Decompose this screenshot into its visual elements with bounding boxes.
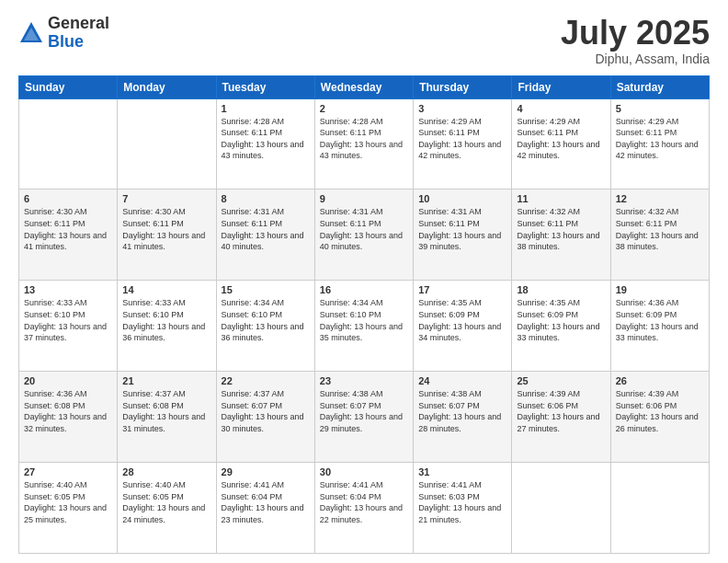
day-number: 1: [222, 103, 310, 114]
col-friday: Friday: [512, 75, 610, 98]
day-number: 20: [24, 375, 112, 386]
day-info: Sunrise: 4:33 AM Sunset: 6:10 PM Dayligh…: [122, 297, 210, 343]
title-block: July 2025 Diphu, Assam, India: [561, 15, 710, 66]
calendar-cell: 7Sunrise: 4:30 AM Sunset: 6:11 PM Daylig…: [118, 190, 216, 281]
day-info: Sunrise: 4:38 AM Sunset: 6:07 PM Dayligh…: [418, 388, 506, 434]
day-number: 23: [320, 375, 408, 386]
day-number: 10: [418, 193, 506, 204]
day-info: Sunrise: 4:37 AM Sunset: 6:07 PM Dayligh…: [222, 388, 310, 434]
day-info: Sunrise: 4:35 AM Sunset: 6:09 PM Dayligh…: [517, 297, 605, 343]
calendar-week-row: 13Sunrise: 4:33 AM Sunset: 6:10 PM Dayli…: [19, 281, 710, 372]
calendar-cell: [118, 98, 216, 190]
logo-blue-text: Blue: [48, 33, 109, 52]
day-info: Sunrise: 4:28 AM Sunset: 6:11 PM Dayligh…: [222, 116, 310, 162]
calendar-cell: 19Sunrise: 4:36 AM Sunset: 6:09 PM Dayli…: [610, 281, 709, 372]
calendar-cell: [19, 98, 118, 190]
calendar-cell: 23Sunrise: 4:38 AM Sunset: 6:07 PM Dayli…: [314, 372, 413, 463]
day-info: Sunrise: 4:35 AM Sunset: 6:09 PM Dayligh…: [418, 297, 506, 343]
day-info: Sunrise: 4:41 AM Sunset: 6:03 PM Dayligh…: [418, 479, 506, 525]
day-number: 21: [122, 375, 210, 386]
day-info: Sunrise: 4:40 AM Sunset: 6:05 PM Dayligh…: [24, 479, 112, 525]
calendar-week-row: 20Sunrise: 4:36 AM Sunset: 6:08 PM Dayli…: [19, 372, 710, 463]
calendar-cell: 3Sunrise: 4:29 AM Sunset: 6:11 PM Daylig…: [414, 98, 512, 190]
calendar-cell: 28Sunrise: 4:40 AM Sunset: 6:05 PM Dayli…: [118, 463, 216, 554]
calendar-week-row: 27Sunrise: 4:40 AM Sunset: 6:05 PM Dayli…: [19, 463, 710, 554]
day-info: Sunrise: 4:41 AM Sunset: 6:04 PM Dayligh…: [222, 479, 310, 525]
day-info: Sunrise: 4:36 AM Sunset: 6:09 PM Dayligh…: [616, 297, 704, 343]
day-info: Sunrise: 4:32 AM Sunset: 6:11 PM Dayligh…: [517, 206, 605, 252]
day-number: 6: [24, 193, 112, 204]
logo-icon: [18, 20, 44, 46]
calendar-week-row: 6Sunrise: 4:30 AM Sunset: 6:11 PM Daylig…: [19, 190, 710, 281]
day-number: 9: [320, 193, 408, 204]
calendar-cell: 22Sunrise: 4:37 AM Sunset: 6:07 PM Dayli…: [216, 372, 314, 463]
day-number: 25: [517, 375, 605, 386]
calendar-cell: 11Sunrise: 4:32 AM Sunset: 6:11 PM Dayli…: [512, 190, 610, 281]
col-tuesday: Tuesday: [216, 75, 314, 98]
day-number: 19: [616, 284, 704, 295]
day-number: 5: [616, 103, 704, 114]
calendar-cell: 10Sunrise: 4:31 AM Sunset: 6:11 PM Dayli…: [414, 190, 512, 281]
day-number: 4: [517, 103, 605, 114]
header: General Blue July 2025 Diphu, Assam, Ind…: [18, 15, 710, 66]
calendar-cell: 30Sunrise: 4:41 AM Sunset: 6:04 PM Dayli…: [314, 463, 413, 554]
logo-general-text: General: [48, 15, 109, 33]
day-number: 13: [24, 284, 112, 295]
day-info: Sunrise: 4:39 AM Sunset: 6:06 PM Dayligh…: [616, 388, 704, 434]
calendar-cell: 27Sunrise: 4:40 AM Sunset: 6:05 PM Dayli…: [19, 463, 118, 554]
day-info: Sunrise: 4:36 AM Sunset: 6:08 PM Dayligh…: [24, 388, 112, 434]
day-number: 29: [222, 466, 310, 477]
day-info: Sunrise: 4:28 AM Sunset: 6:11 PM Dayligh…: [320, 116, 408, 162]
logo: General Blue: [18, 15, 109, 52]
day-info: Sunrise: 4:37 AM Sunset: 6:08 PM Dayligh…: [122, 388, 210, 434]
calendar-header-row: Sunday Monday Tuesday Wednesday Thursday…: [19, 75, 710, 98]
calendar-cell: 29Sunrise: 4:41 AM Sunset: 6:04 PM Dayli…: [216, 463, 314, 554]
col-saturday: Saturday: [610, 75, 709, 98]
day-info: Sunrise: 4:29 AM Sunset: 6:11 PM Dayligh…: [616, 116, 704, 162]
day-number: 17: [418, 284, 506, 295]
calendar-cell: 14Sunrise: 4:33 AM Sunset: 6:10 PM Dayli…: [118, 281, 216, 372]
col-wednesday: Wednesday: [314, 75, 413, 98]
calendar-cell: [512, 463, 610, 554]
calendar-cell: 17Sunrise: 4:35 AM Sunset: 6:09 PM Dayli…: [414, 281, 512, 372]
day-number: 16: [320, 284, 408, 295]
calendar-week-row: 1Sunrise: 4:28 AM Sunset: 6:11 PM Daylig…: [19, 98, 710, 190]
day-info: Sunrise: 4:34 AM Sunset: 6:10 PM Dayligh…: [222, 297, 310, 343]
location-subtitle: Diphu, Assam, India: [561, 52, 710, 66]
calendar-cell: [610, 463, 709, 554]
day-info: Sunrise: 4:33 AM Sunset: 6:10 PM Dayligh…: [24, 297, 112, 343]
calendar-cell: 25Sunrise: 4:39 AM Sunset: 6:06 PM Dayli…: [512, 372, 610, 463]
day-number: 14: [122, 284, 210, 295]
calendar-cell: 12Sunrise: 4:32 AM Sunset: 6:11 PM Dayli…: [610, 190, 709, 281]
calendar-cell: 21Sunrise: 4:37 AM Sunset: 6:08 PM Dayli…: [118, 372, 216, 463]
day-number: 26: [616, 375, 704, 386]
day-number: 31: [418, 466, 506, 477]
calendar-cell: 9Sunrise: 4:31 AM Sunset: 6:11 PM Daylig…: [314, 190, 413, 281]
calendar-cell: 31Sunrise: 4:41 AM Sunset: 6:03 PM Dayli…: [414, 463, 512, 554]
day-number: 24: [418, 375, 506, 386]
calendar-cell: 6Sunrise: 4:30 AM Sunset: 6:11 PM Daylig…: [19, 190, 118, 281]
day-number: 30: [320, 466, 408, 477]
day-number: 22: [222, 375, 310, 386]
calendar-cell: 18Sunrise: 4:35 AM Sunset: 6:09 PM Dayli…: [512, 281, 610, 372]
day-info: Sunrise: 4:41 AM Sunset: 6:04 PM Dayligh…: [320, 479, 408, 525]
day-info: Sunrise: 4:31 AM Sunset: 6:11 PM Dayligh…: [418, 206, 506, 252]
day-info: Sunrise: 4:31 AM Sunset: 6:11 PM Dayligh…: [320, 206, 408, 252]
calendar-cell: 8Sunrise: 4:31 AM Sunset: 6:11 PM Daylig…: [216, 190, 314, 281]
col-monday: Monday: [118, 75, 216, 98]
calendar-cell: 5Sunrise: 4:29 AM Sunset: 6:11 PM Daylig…: [610, 98, 709, 190]
day-number: 7: [122, 193, 210, 204]
calendar-cell: 2Sunrise: 4:28 AM Sunset: 6:11 PM Daylig…: [314, 98, 413, 190]
day-info: Sunrise: 4:31 AM Sunset: 6:11 PM Dayligh…: [222, 206, 310, 252]
day-info: Sunrise: 4:39 AM Sunset: 6:06 PM Dayligh…: [517, 388, 605, 434]
day-number: 2: [320, 103, 408, 114]
calendar-cell: 20Sunrise: 4:36 AM Sunset: 6:08 PM Dayli…: [19, 372, 118, 463]
day-number: 15: [222, 284, 310, 295]
day-number: 27: [24, 466, 112, 477]
calendar-cell: 13Sunrise: 4:33 AM Sunset: 6:10 PM Dayli…: [19, 281, 118, 372]
calendar-cell: 16Sunrise: 4:34 AM Sunset: 6:10 PM Dayli…: [314, 281, 413, 372]
day-info: Sunrise: 4:29 AM Sunset: 6:11 PM Dayligh…: [418, 116, 506, 162]
day-number: 8: [222, 193, 310, 204]
calendar-table: Sunday Monday Tuesday Wednesday Thursday…: [18, 75, 710, 554]
col-sunday: Sunday: [19, 75, 118, 98]
